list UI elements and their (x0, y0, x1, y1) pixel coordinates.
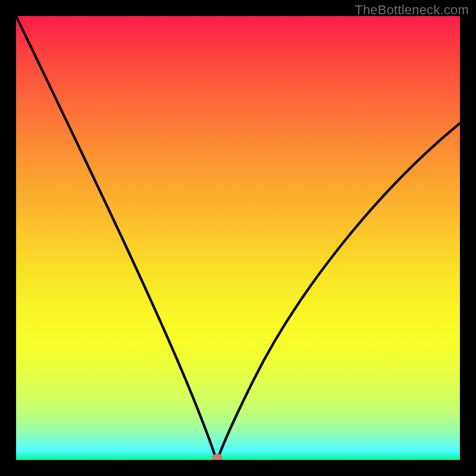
curve-path (16, 16, 460, 457)
bottleneck-curve (16, 16, 460, 460)
chart-frame: TheBottleneck.com (0, 0, 476, 476)
plot-area (16, 16, 460, 460)
optimal-point-marker (212, 454, 223, 460)
watermark-text: TheBottleneck.com (355, 2, 469, 18)
